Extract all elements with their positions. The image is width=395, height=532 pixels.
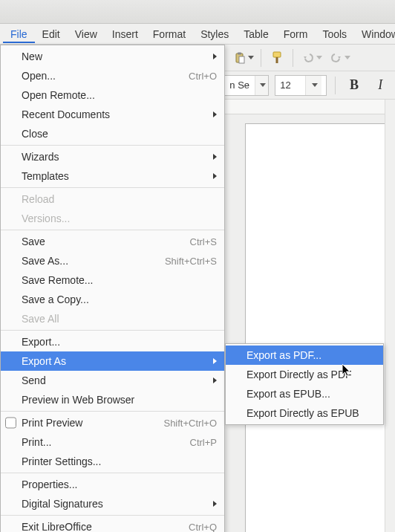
window-titlebar (0, 0, 395, 24)
svg-rect-3 (273, 52, 281, 57)
svg-rect-1 (238, 52, 241, 54)
chevron-right-icon (213, 154, 217, 160)
file-menu-dropdown: NewOpen...Ctrl+OOpen Remote...Recent Doc… (0, 45, 225, 532)
menuitem-print-preview[interactable]: Print PreviewShift+Ctrl+O (1, 413, 224, 432)
menuitem-accelerator: Ctrl+P (190, 437, 217, 448)
menuitem-label: Export As (22, 355, 207, 367)
menuitem-label: Export... (22, 336, 217, 348)
menuitem-label: Export as EPUB... (247, 388, 376, 400)
menuitem-label: Save Remote... (22, 274, 217, 286)
menu-separator (1, 187, 224, 188)
menuitem-export-directly-as-epub[interactable]: Export Directly as EPUB (226, 403, 383, 423)
menuitem-label: Send (22, 374, 207, 386)
menuitem-open-remote[interactable]: Open Remote... (1, 85, 224, 105)
menuitem-printer-settings[interactable]: Printer Settings... (1, 452, 224, 471)
menu-window[interactable]: Window (354, 25, 395, 43)
menuitem-digital-signatures[interactable]: Digital Signatures (1, 494, 224, 513)
menuitem-recent-documents[interactable]: Recent Documents (1, 105, 224, 124)
menu-view[interactable]: View (68, 25, 105, 43)
menuitem-accelerator: Ctrl+O (189, 71, 217, 82)
menuitem-label: Properties... (22, 479, 217, 490)
redo-button[interactable] (327, 48, 352, 68)
menubar: FileEditViewInsertFormatStylesTableFormT… (0, 24, 395, 45)
menuitem-wizards[interactable]: Wizards (1, 147, 224, 166)
menuitem-label: Export Directly as EPUB (247, 407, 376, 419)
menuitem-label: Versions... (22, 213, 217, 224)
clone-formatting-button[interactable] (267, 48, 287, 68)
menu-styles[interactable]: Styles (193, 25, 236, 43)
menuitem-label: Printer Settings... (22, 455, 217, 467)
menu-file[interactable]: File (3, 25, 35, 43)
menuitem-save-remote[interactable]: Save Remote... (1, 270, 224, 290)
undo-button[interactable] (298, 48, 324, 68)
chevron-right-icon (213, 501, 217, 507)
font-name-combo[interactable]: n Se (224, 75, 269, 96)
menuitem-export[interactable]: Export... (1, 332, 224, 351)
menuitem-new[interactable]: New (1, 47, 224, 66)
chevron-right-icon (213, 358, 217, 364)
menu-separator (1, 515, 224, 516)
menuitem-label: Open Remote... (22, 89, 217, 101)
menuitem-accelerator: Ctrl+S (190, 236, 217, 247)
bold-button[interactable]: B (344, 75, 364, 96)
menuitem-exit-libreoffice[interactable]: Exit LibreOfficeCtrl+Q (1, 517, 224, 532)
font-size-drop[interactable] (305, 76, 321, 95)
menuitem-save-as[interactable]: Save As...Shift+Ctrl+S (1, 251, 224, 270)
menuitem-close[interactable]: Close (1, 124, 224, 143)
chevron-right-icon (213, 173, 217, 179)
toolbar-separator (335, 77, 336, 94)
menu-tools[interactable]: Tools (315, 25, 354, 43)
menuitem-reload: Reload (1, 189, 224, 209)
menu-insert[interactable]: Insert (105, 25, 146, 43)
menuitem-send[interactable]: Send (1, 371, 224, 390)
paste-dropdown-button[interactable] (230, 48, 255, 68)
menuitem-save[interactable]: SaveCtrl+S (1, 232, 224, 251)
undo-icon (301, 51, 315, 65)
italic-button[interactable]: I (370, 75, 391, 96)
menu-edit[interactable]: Edit (35, 25, 68, 43)
menuitem-accelerator: Shift+Ctrl+S (165, 256, 217, 267)
menu-table[interactable]: Table (236, 25, 275, 43)
menuitem-export-as-epub[interactable]: Export as EPUB... (226, 384, 383, 403)
menuitem-preview-in-web-browser[interactable]: Preview in Web Browser (1, 390, 224, 409)
toolbar-separator (293, 49, 293, 67)
menuitem-label: Open... (22, 70, 181, 82)
menuitem-label: Print... (22, 436, 183, 448)
menu-separator (1, 473, 224, 473)
menuitem-open[interactable]: Open...Ctrl+O (1, 66, 224, 85)
menuitem-properties[interactable]: Properties... (1, 475, 224, 494)
document-page[interactable] (245, 123, 395, 532)
menuitem-label: New (22, 51, 207, 62)
font-size-combo[interactable]: 12 (275, 75, 327, 96)
menuitem-export-as-pdf[interactable]: Export as PDF... (226, 346, 383, 365)
svg-rect-2 (239, 56, 244, 63)
menuitem-export-as[interactable]: Export As (1, 351, 224, 371)
export-as-submenu: Export as PDF...Export Directly as PDFEx… (225, 343, 384, 425)
menuitem-accelerator: Shift+Ctrl+O (163, 418, 217, 429)
paintbrush-icon (270, 51, 284, 65)
menuitem-label: Recent Documents (22, 108, 207, 120)
menu-form[interactable]: Form (276, 25, 316, 43)
menuitem-accelerator: Ctrl+Q (189, 522, 217, 533)
vertical-scrollbar[interactable] (385, 100, 395, 532)
menuitem-label: Digital Signatures (22, 498, 207, 510)
toolbar-separator (261, 49, 261, 67)
menuitem-export-directly-as-pdf[interactable]: Export Directly as PDF (226, 365, 383, 384)
bold-icon: B (350, 77, 359, 93)
menuitem-label: Wizards (22, 151, 207, 163)
font-size-value: 12 (275, 80, 305, 91)
menuitem-label: Export as PDF... (247, 349, 376, 361)
menuitem-label: Close (22, 128, 217, 140)
chevron-right-icon (213, 53, 217, 59)
chevron-right-icon (213, 111, 217, 117)
font-name-drop[interactable] (255, 76, 268, 95)
menuitem-print[interactable]: Print...Ctrl+P (1, 432, 224, 452)
menuitem-versions: Versions... (1, 209, 224, 228)
menuitem-label: Preview in Web Browser (22, 394, 217, 406)
menuitem-templates[interactable]: Templates (1, 166, 224, 186)
menuitem-label: Save As... (22, 255, 157, 267)
menuitem-save-a-copy[interactable]: Save a Copy... (1, 290, 224, 309)
menuitem-label: Reload (22, 193, 217, 205)
menu-format[interactable]: Format (146, 25, 193, 43)
menu-separator (1, 230, 224, 230)
